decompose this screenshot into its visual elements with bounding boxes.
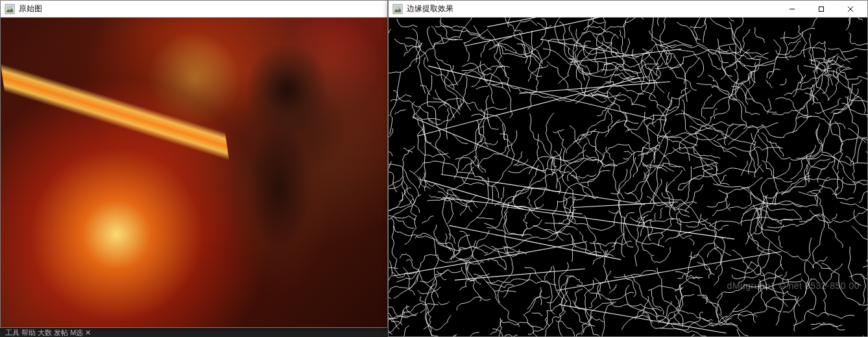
minimize-button[interactable] xyxy=(777,1,806,17)
svg-point-5 xyxy=(396,6,398,8)
titlebar-original[interactable]: 原始图 xyxy=(1,1,387,18)
app-icon xyxy=(5,4,15,14)
background-status-strip: 工具 帮助 大数 发帖 M选 ✕ xyxy=(0,328,388,337)
app-icon xyxy=(392,4,403,14)
svg-rect-7 xyxy=(819,6,823,11)
edge-detection-canvas xyxy=(389,18,867,336)
svg-point-2 xyxy=(8,6,10,8)
window-controls xyxy=(777,1,865,17)
titlebar-edge[interactable]: 边缘提取效果 xyxy=(389,1,867,18)
window-title-original: 原始图 xyxy=(19,3,385,14)
original-image-viewport xyxy=(1,18,387,327)
close-button[interactable] xyxy=(836,1,865,17)
window-edge-result: 边缘提取效果 dMugruan1 © net 0532-850 00 xyxy=(388,0,868,337)
edge-image-viewport: dMugruan1 © net 0532-850 00 xyxy=(389,18,867,336)
window-title-edge: 边缘提取效果 xyxy=(407,3,777,14)
status-text: 工具 帮助 大数 发帖 M选 ✕ xyxy=(5,328,91,337)
window-original-image: 原始图 xyxy=(0,0,388,328)
maximize-button[interactable] xyxy=(806,1,836,17)
desktop: 工具 帮助 大数 发帖 M选 ✕ 原始图 xyxy=(0,0,868,337)
